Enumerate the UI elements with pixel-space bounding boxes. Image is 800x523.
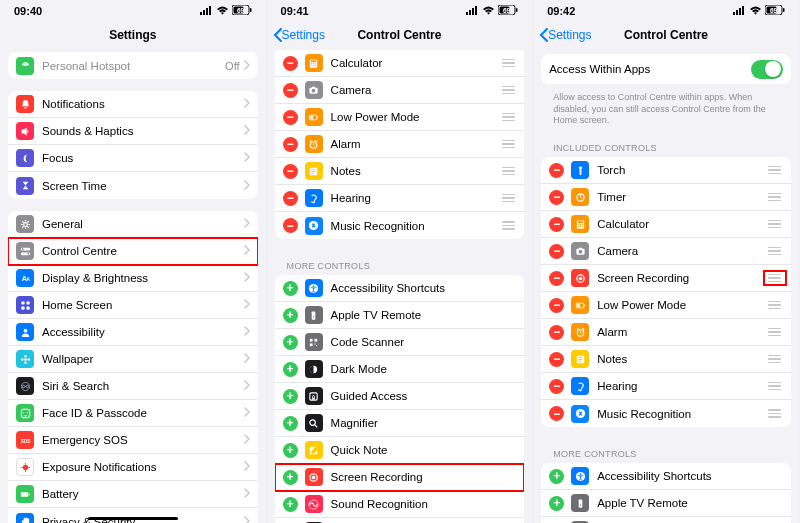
- row-dark-mode[interactable]: +Dark Mode: [275, 356, 525, 383]
- drag-handle-icon[interactable]: [500, 221, 516, 230]
- toggle-access[interactable]: [751, 60, 783, 79]
- row-notes[interactable]: −Notes: [275, 158, 525, 185]
- row-calculator[interactable]: −Calculator: [275, 50, 525, 77]
- row-alarm[interactable]: −Alarm: [541, 319, 791, 346]
- drag-handle-icon[interactable]: [767, 220, 783, 229]
- row-access-within-apps[interactable]: Access Within Apps: [541, 54, 791, 84]
- row-music-recognition[interactable]: −Music Recognition: [541, 400, 791, 427]
- remove-control-button[interactable]: −: [549, 271, 564, 286]
- drag-handle-icon[interactable]: [767, 193, 783, 202]
- add-control-button[interactable]: +: [549, 496, 564, 511]
- drag-handle-icon[interactable]: [767, 409, 783, 418]
- row-accessibility[interactable]: Accessibility: [8, 319, 258, 346]
- drag-handle-icon[interactable]: [767, 328, 783, 337]
- row-code-scanner[interactable]: +Code Scanner: [541, 517, 791, 523]
- row-face-id-passcode[interactable]: Face ID & Passcode: [8, 400, 258, 427]
- drag-handle-icon[interactable]: [500, 113, 516, 122]
- row-siri-search[interactable]: Siri & Search: [8, 373, 258, 400]
- row-magnifier[interactable]: +Magnifier: [275, 410, 525, 437]
- add-control-button[interactable]: +: [283, 335, 298, 350]
- home-indicator[interactable]: [88, 517, 178, 521]
- drag-handle-icon[interactable]: [500, 59, 516, 68]
- drag-handle-icon[interactable]: [500, 194, 516, 203]
- add-control-button[interactable]: +: [283, 443, 298, 458]
- row-screen-time[interactable]: Screen Time: [8, 172, 258, 199]
- row-notifications[interactable]: Notifications: [8, 91, 258, 118]
- remove-control-button[interactable]: −: [549, 244, 564, 259]
- drag-handle-icon[interactable]: [500, 86, 516, 95]
- remove-control-button[interactable]: −: [283, 218, 298, 233]
- row-general[interactable]: General: [8, 211, 258, 238]
- row-exposure-notifications[interactable]: Exposure Notifications: [8, 454, 258, 481]
- remove-control-button[interactable]: −: [549, 352, 564, 367]
- remove-control-button[interactable]: −: [549, 325, 564, 340]
- remove-control-button[interactable]: −: [549, 217, 564, 232]
- remove-control-button[interactable]: −: [283, 110, 298, 125]
- row-low-power-mode[interactable]: −Low Power Mode: [275, 104, 525, 131]
- row-camera[interactable]: −Camera: [275, 77, 525, 104]
- settings-content[interactable]: Personal Hotspot Off NotificationsSounds…: [0, 48, 266, 523]
- add-control-button[interactable]: +: [283, 389, 298, 404]
- remove-control-button[interactable]: −: [549, 406, 564, 421]
- drag-handle-icon[interactable]: [767, 382, 783, 391]
- drag-handle-icon[interactable]: [767, 301, 783, 310]
- row-calculator[interactable]: −Calculator: [541, 211, 791, 238]
- row-stopwatch[interactable]: +Stopwatch: [275, 518, 525, 523]
- row-battery[interactable]: Battery: [8, 481, 258, 508]
- row-hearing[interactable]: −Hearing: [541, 373, 791, 400]
- row-hearing[interactable]: −Hearing: [275, 185, 525, 212]
- back-button[interactable]: Settings: [539, 28, 591, 42]
- drag-handle-icon[interactable]: [500, 167, 516, 176]
- row-sounds-haptics[interactable]: Sounds & Haptics: [8, 118, 258, 145]
- row-quick-note[interactable]: +Quick Note: [275, 437, 525, 464]
- row-guided-access[interactable]: +Guided Access: [275, 383, 525, 410]
- row-alarm[interactable]: −Alarm: [275, 131, 525, 158]
- control-centre-content[interactable]: −Calculator−Camera−Low Power Mode−Alarm−…: [267, 48, 533, 523]
- remove-control-button[interactable]: −: [283, 137, 298, 152]
- row-wallpaper[interactable]: Wallpaper: [8, 346, 258, 373]
- row-accessibility-shortcuts[interactable]: +Accessibility Shortcuts: [275, 275, 525, 302]
- remove-control-button[interactable]: −: [549, 163, 564, 178]
- add-control-button[interactable]: +: [283, 281, 298, 296]
- remove-control-button[interactable]: −: [283, 83, 298, 98]
- drag-handle-icon[interactable]: [767, 166, 783, 175]
- row-focus[interactable]: Focus: [8, 145, 258, 172]
- back-button[interactable]: Settings: [273, 28, 325, 42]
- row-display-brightness[interactable]: AADisplay & Brightness: [8, 265, 258, 292]
- remove-control-button[interactable]: −: [549, 298, 564, 313]
- row-camera[interactable]: −Camera: [541, 238, 791, 265]
- remove-control-button[interactable]: −: [549, 190, 564, 205]
- row-personal-hotspot[interactable]: Personal Hotspot Off: [8, 52, 258, 79]
- row-apple-tv-remote[interactable]: +Apple TV Remote: [541, 490, 791, 517]
- drag-handle-icon[interactable]: [767, 247, 783, 256]
- remove-control-button[interactable]: −: [283, 56, 298, 71]
- row-sound-recognition[interactable]: +Sound Recognition: [275, 491, 525, 518]
- row-timer[interactable]: −Timer: [541, 184, 791, 211]
- remove-control-button[interactable]: −: [549, 379, 564, 394]
- drag-handle-icon[interactable]: [500, 140, 516, 149]
- add-control-button[interactable]: +: [549, 469, 564, 484]
- add-control-button[interactable]: +: [283, 362, 298, 377]
- row-low-power-mode[interactable]: −Low Power Mode: [541, 292, 791, 319]
- drag-handle-icon[interactable]: [767, 355, 783, 364]
- row-music-recognition[interactable]: −Music Recognition: [275, 212, 525, 239]
- add-control-button[interactable]: +: [283, 416, 298, 431]
- row-screen-recording[interactable]: +Screen Recording: [275, 464, 525, 491]
- row-screen-recording[interactable]: −Screen Recording: [541, 265, 791, 292]
- row-notes[interactable]: −Notes: [541, 346, 791, 373]
- add-control-button[interactable]: +: [283, 470, 298, 485]
- drag-handle-icon[interactable]: [767, 274, 783, 283]
- row-apple-tv-remote[interactable]: +Apple TV Remote: [275, 302, 525, 329]
- add-control-button[interactable]: +: [283, 308, 298, 323]
- row-control-centre[interactable]: Control Centre: [8, 238, 258, 265]
- row-torch[interactable]: −Torch: [541, 157, 791, 184]
- row-code-scanner[interactable]: +Code Scanner: [275, 329, 525, 356]
- remove-control-button[interactable]: −: [283, 191, 298, 206]
- remove-control-button[interactable]: −: [283, 164, 298, 179]
- row-privacy-security[interactable]: Privacy & Security: [8, 508, 258, 523]
- add-control-button[interactable]: +: [283, 497, 298, 512]
- row-home-screen[interactable]: Home Screen: [8, 292, 258, 319]
- row-accessibility-shortcuts[interactable]: +Accessibility Shortcuts: [541, 463, 791, 490]
- control-centre-content[interactable]: Access Within Apps Allow access to Contr…: [533, 48, 799, 523]
- row-emergency-sos[interactable]: SOSEmergency SOS: [8, 427, 258, 454]
